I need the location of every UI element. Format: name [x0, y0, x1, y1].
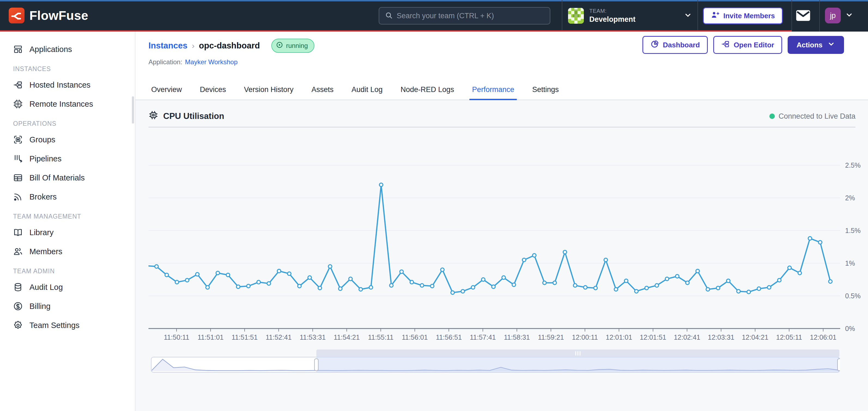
- search-icon: [385, 11, 393, 21]
- chart-range-brush[interactable]: [151, 347, 840, 375]
- application-line: Application: Mayker Workshop: [149, 58, 238, 66]
- application-link[interactable]: Mayker Workshop: [185, 58, 238, 66]
- open-editor-button[interactable]: Open Editor: [713, 36, 782, 54]
- sidebar-item-bill-of-materials[interactable]: Bill Of Materials: [13, 170, 135, 185]
- x-axis-label: 11:50:11: [164, 334, 189, 340]
- brush-handle[interactable]: [314, 359, 318, 371]
- data-point-marker: [512, 283, 516, 286]
- brush-handle[interactable]: [837, 359, 840, 371]
- x-axis-label: 11:52:41: [266, 334, 291, 340]
- data-point-marker: [706, 288, 710, 291]
- cpu-utilisation-chart: 11:50:1111:51:0111:51:5111:52:4111:53:31…: [149, 133, 868, 340]
- chevron-down-icon: [828, 40, 835, 50]
- breadcrumb-instances-link[interactable]: Instances: [149, 41, 187, 50]
- data-point-marker: [522, 258, 526, 262]
- flowfuse-logo[interactable]: FlowFuse: [9, 8, 88, 24]
- sidebar-section-title: TEAM MANAGEMENT: [13, 213, 135, 220]
- search-input[interactable]: [397, 12, 544, 20]
- brush-selection-region[interactable]: [316, 357, 839, 372]
- navbar-divider: [819, 0, 820, 32]
- dashboard-button[interactable]: Dashboard: [643, 36, 708, 54]
- team-selector[interactable]: TEAM: Development: [568, 5, 692, 26]
- team-search-box[interactable]: [379, 7, 550, 25]
- open-editor-button-label: Open Editor: [734, 41, 774, 49]
- brush-canvas[interactable]: [151, 347, 840, 375]
- live-status-label: Connected to Live Data: [779, 112, 856, 121]
- sidebar-item-label: Bill Of Materials: [29, 173, 85, 182]
- data-point-marker: [298, 284, 301, 288]
- invite-members-button[interactable]: Invite Members: [703, 7, 783, 24]
- top-navbar: FlowFuse TEAM: Development: [0, 0, 868, 32]
- pie-chart-icon: [650, 40, 659, 50]
- sidebar-item-library[interactable]: Library: [13, 225, 135, 240]
- brush-grip-icon[interactable]: [578, 351, 579, 355]
- y-axis-label: 0%: [845, 325, 855, 332]
- actions-button[interactable]: Actions: [787, 36, 844, 54]
- data-point-marker: [420, 284, 424, 287]
- data-point-marker: [410, 280, 413, 284]
- data-point-marker: [768, 285, 771, 289]
- navbar-divider: [562, 0, 562, 32]
- navbar-divider: [792, 0, 792, 32]
- tab-version-history[interactable]: Version History: [241, 85, 297, 100]
- tab-audit-log[interactable]: Audit Log: [349, 85, 385, 100]
- user-menu[interactable]: jp: [825, 8, 853, 24]
- y-axis-label: 2%: [845, 194, 855, 202]
- sidebar-item-audit-log[interactable]: Audit Log: [13, 279, 135, 295]
- actions-button-label: Actions: [797, 41, 823, 49]
- data-point-marker: [818, 241, 822, 244]
- sidebar-item-members[interactable]: Members: [13, 244, 135, 260]
- sidebar-scrollbar[interactable]: [132, 96, 134, 124]
- x-axis-label: 11:54:21: [334, 334, 360, 340]
- status-badge-label: running: [286, 42, 308, 49]
- chip-icon: [13, 99, 23, 109]
- data-point-marker: [665, 277, 669, 281]
- data-point-marker: [645, 286, 648, 290]
- data-point-marker: [634, 289, 638, 293]
- data-point-marker: [624, 279, 628, 282]
- tab-settings[interactable]: Settings: [529, 85, 561, 100]
- sidebar-item-remote-instances[interactable]: Remote Instances: [13, 96, 135, 112]
- x-axis-label: 11:56:51: [436, 334, 462, 340]
- brush-grip-icon[interactable]: [580, 351, 581, 355]
- x-axis-label: 11:57:41: [470, 334, 496, 340]
- sidebar-item-hosted-instances[interactable]: Hosted Instances: [13, 77, 135, 93]
- data-point-marker: [696, 269, 700, 273]
- broadcast-icon: [13, 192, 23, 202]
- x-axis-label: 11:56:01: [402, 334, 428, 340]
- database-icon: [13, 282, 23, 292]
- brush-grip-icon[interactable]: [576, 351, 576, 355]
- x-axis-label: 11:53:31: [300, 334, 326, 340]
- data-point-marker: [604, 258, 608, 262]
- instance-name: opc-dashboard: [199, 41, 260, 50]
- data-point-marker: [829, 280, 832, 283]
- data-point-marker: [328, 265, 332, 268]
- sidebar-item-pipelines[interactable]: Pipelines: [13, 151, 135, 167]
- tab-performance[interactable]: Performance: [469, 85, 517, 100]
- sidebar-item-team-settings[interactable]: Team Settings: [13, 317, 135, 333]
- data-point-marker: [277, 269, 281, 273]
- data-point-marker: [747, 290, 751, 294]
- data-point-marker: [482, 278, 485, 281]
- x-axis-label: 12:01:51: [640, 334, 666, 340]
- sidebar-item-label: Applications: [29, 45, 72, 54]
- sidebar-item-brokers[interactable]: Brokers: [13, 189, 135, 205]
- branch-icon: [721, 40, 730, 50]
- sidebar-section-title: OPERATIONS: [13, 120, 135, 127]
- sidebar-item-groups[interactable]: Groups: [13, 132, 135, 147]
- tab-assets[interactable]: Assets: [309, 85, 336, 100]
- data-point-marker: [430, 284, 434, 288]
- user-avatar: jp: [825, 8, 841, 24]
- sidebar-item-label: Team Settings: [29, 321, 80, 330]
- data-point-marker: [471, 285, 475, 289]
- live-status-dot-icon: [769, 113, 775, 119]
- sidebar-item-applications[interactable]: Applications: [13, 41, 135, 57]
- tab-devices[interactable]: Devices: [197, 85, 229, 100]
- sidebar-item-billing[interactable]: Billing: [13, 298, 135, 314]
- sidebar-item-label: Brokers: [29, 193, 57, 201]
- data-point-marker: [798, 271, 802, 275]
- tab-node-red-logs[interactable]: Node-RED Logs: [398, 85, 457, 100]
- notifications-mail-button[interactable]: [795, 9, 812, 22]
- data-point-marker: [185, 278, 189, 282]
- tab-overview[interactable]: Overview: [149, 85, 185, 100]
